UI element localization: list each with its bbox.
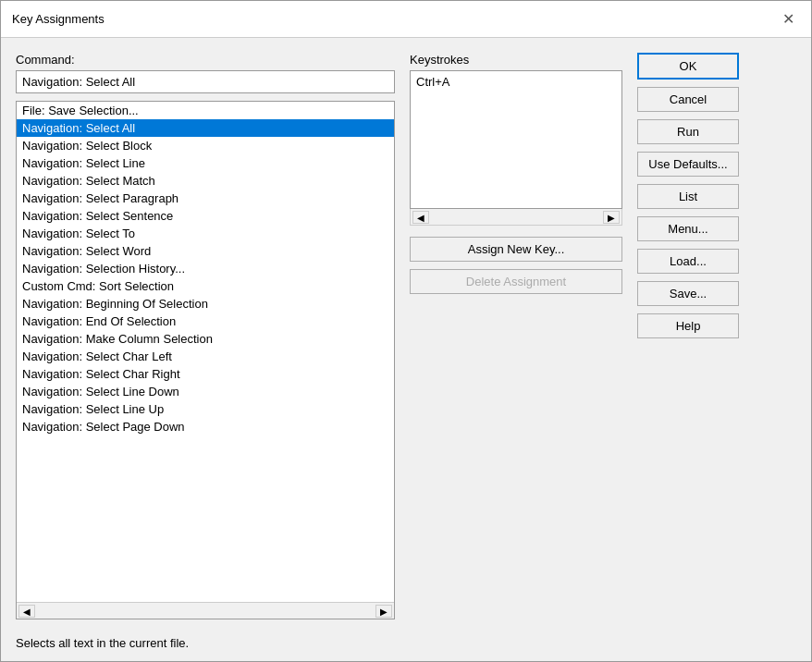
list-item[interactable]: Navigation: Select Match (17, 172, 394, 190)
command-list-hscrollbar[interactable]: ◀ ▶ (17, 602, 394, 619)
list-item[interactable]: Navigation: Select To (17, 225, 394, 242)
status-bar: Selects all text in the current file. (1, 629, 811, 661)
hscroll-right[interactable]: ▶ (375, 605, 392, 618)
close-button[interactable]: ✕ (777, 8, 800, 30)
middle-panel: Keystrokes Ctrl+A ◀ ▶ Assign New Key... … (410, 53, 622, 619)
delete-assignment-button[interactable]: Delete Assignment (410, 269, 622, 294)
left-panel: Command: File: Save Selection...Navigati… (16, 53, 395, 619)
list-item[interactable]: Navigation: Select Char Right (17, 365, 394, 383)
load-button[interactable]: Load... (637, 249, 739, 274)
list-item[interactable]: Navigation: Select Char Left (17, 348, 394, 365)
list-item[interactable]: File: Save Selection... (17, 102, 394, 119)
keystrokes-label: Keystrokes (410, 53, 622, 67)
assign-new-key-button[interactable]: Assign New Key... (410, 237, 622, 262)
list-item[interactable]: Navigation: Select Line Down (17, 383, 394, 400)
list-item[interactable]: Navigation: Select Word (17, 242, 394, 260)
use-defaults-button[interactable]: Use Defaults... (637, 152, 739, 177)
ks-hscroll-left[interactable]: ◀ (412, 211, 429, 224)
key-assignments-dialog: Key Assignments ✕ Command: File: Save Se… (0, 0, 812, 662)
list-item[interactable]: Navigation: Selection History... (17, 260, 394, 277)
keystroke-hscrollbar[interactable]: ◀ ▶ (410, 209, 622, 226)
ok-button[interactable]: OK (637, 53, 739, 80)
menu-button[interactable]: Menu... (637, 216, 739, 241)
keystroke-item: Ctrl+A (416, 75, 616, 89)
keystroke-box: Ctrl+A (410, 70, 622, 209)
save-button[interactable]: Save... (637, 281, 739, 306)
list-item[interactable]: Navigation: Select Block (17, 137, 394, 154)
list-item[interactable]: Navigation: Select Page Down (17, 418, 394, 435)
run-button[interactable]: Run (637, 119, 739, 144)
hscroll-left[interactable]: ◀ (18, 605, 35, 618)
list-item[interactable]: Custom Cmd: Sort Selection (17, 277, 394, 295)
list-item[interactable]: Navigation: Make Column Selection (17, 330, 394, 348)
list-item[interactable]: Navigation: Select Paragraph (17, 190, 394, 207)
dialog-body: Command: File: Save Selection...Navigati… (1, 38, 811, 629)
list-item[interactable]: Navigation: Beginning Of Selection (17, 295, 394, 313)
command-list-container: File: Save Selection...Navigation: Selec… (16, 101, 395, 619)
right-panel: OK Cancel Run Use Defaults... List Menu.… (637, 53, 739, 619)
list-item[interactable]: Navigation: Select All (17, 119, 394, 137)
list-item[interactable]: Navigation: Select Line (17, 154, 394, 172)
action-buttons: Assign New Key... Delete Assignment (410, 237, 622, 294)
list-item[interactable]: Navigation: Select Sentence (17, 207, 394, 225)
help-button[interactable]: Help (637, 313, 739, 338)
list-button[interactable]: List (637, 184, 739, 209)
status-text: Selects all text in the current file. (16, 636, 189, 650)
cancel-button[interactable]: Cancel (637, 87, 739, 112)
dialog-title: Key Assignments (12, 12, 105, 26)
command-label: Command: (16, 53, 395, 67)
command-input[interactable] (16, 70, 395, 93)
list-item[interactable]: Navigation: End Of Selection (17, 313, 394, 330)
command-list[interactable]: File: Save Selection...Navigation: Selec… (17, 102, 394, 602)
list-item[interactable]: Navigation: Select Line Up (17, 400, 394, 418)
title-bar: Key Assignments ✕ (1, 1, 811, 38)
ks-hscroll-right[interactable]: ▶ (603, 211, 620, 224)
